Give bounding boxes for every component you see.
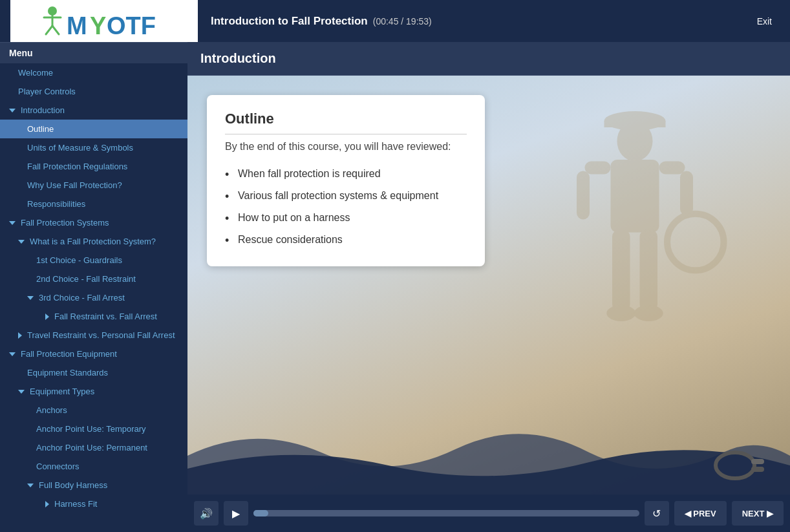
frva-expand-icon [45,314,49,320]
sidebar-item-2nd-choice[interactable]: 2nd Choice - Fall Restraint [0,270,187,288]
svg-line-4 [52,26,59,34]
fall-regs-label: Fall Protection Regulations [27,162,127,171]
menu-label: Menu [0,42,187,63]
sidebar-item-fall-regs[interactable]: Fall Protection Regulations [0,157,187,176]
svg-rect-17 [612,230,630,311]
eq-types-expand-icon [18,390,25,394]
outline-bullet-1: When fall protection is required [225,163,467,185]
connectors-label: Connectors [36,462,79,471]
svg-text:Y: Y [90,12,106,39]
svg-rect-15 [680,171,693,216]
outline-intro: By the end of this course, you will have… [225,141,467,153]
sidebar-item-why-fall[interactable]: Why Use Fall Protection? [0,176,187,195]
sidebar-item-responsibilities[interactable]: Responsibilities [0,195,187,213]
sidebar-item-anchor-perm[interactable]: Anchor Point Use: Permanent [0,438,187,457]
prev-button[interactable]: ◀ PREV [674,501,727,526]
sidebar: Menu Welcome Player Controls Introductio… [0,42,187,532]
svg-point-16 [667,214,724,271]
travel-restraint-label: Travel Restraint vs. Personal Fall Arres… [27,330,175,340]
sidebar-item-anchors[interactable]: Anchors [0,401,187,420]
1st-choice-label: 1st Choice - Guardrails [36,255,122,265]
sidebar-item-fall-protection-systems[interactable]: Fall Protection Systems [0,213,187,232]
sidebar-item-introduction[interactable]: Introduction [0,101,187,120]
fpe-expand-icon [9,352,16,356]
sidebar-item-welcome[interactable]: Welcome [0,63,187,82]
units-label: Units of Measure & Symbols [27,143,133,153]
sidebar-item-full-body-harness[interactable]: Full Body Harness [0,476,187,495]
svg-rect-22 [751,459,764,464]
sidebar-item-harness-fit[interactable]: Harness Fit [0,495,187,513]
play-button[interactable]: ▶ [224,501,248,526]
harness-fit-label: Harness Fit [54,499,97,509]
3rd-choice-label: 3rd Choice - Fall Arrest [39,293,125,303]
travel-expand-icon [18,332,22,339]
worker-silhouette [531,89,738,412]
course-title: Introduction to Fall Protection [211,15,368,28]
mute-icon: 🔊 [200,507,213,520]
what-is-fps-expand-icon [18,240,25,244]
svg-point-20 [634,305,663,321]
sidebar-item-player-controls[interactable]: Player Controls [0,82,187,101]
progress-bar[interactable] [253,510,639,516]
mute-button[interactable]: 🔊 [194,501,219,526]
svg-rect-12 [585,162,611,175]
player-controls-label: Player Controls [18,87,76,96]
svg-rect-23 [751,467,764,472]
fbh-expand-icon [27,484,34,487]
sidebar-item-fall-protection-equipment[interactable]: Fall Protection Equipment [0,345,187,363]
sidebar-item-travel-restraint[interactable]: Travel Restraint vs. Personal Fall Arres… [0,326,187,345]
top-bar: M Y OTF Introduction to Fall Protection … [0,0,790,42]
content-header: Introduction [187,42,790,76]
svg-point-10 [617,121,653,162]
outline-bullet-2: Various fall protection systems & equipm… [225,185,467,207]
svg-text:OTF: OTF [107,12,156,39]
progress-fill [253,510,268,516]
sidebar-item-fall-restraint-vs-arrest[interactable]: Fall Restraint vs. Fall Arrest [0,307,187,326]
carabiner [712,449,771,482]
why-fall-label: Why Use Fall Protection? [27,180,122,190]
harness-fit-icon [45,501,49,507]
logo: M Y OTF [33,3,175,39]
svg-text:M: M [67,12,87,39]
svg-point-19 [606,305,635,321]
equipment-standards-label: Equipment Standards [27,368,108,378]
sidebar-item-units[interactable]: Units of Measure & Symbols [0,138,187,157]
svg-rect-11 [611,160,659,233]
outline-bullet-3: How to put on a harness [225,207,467,229]
wave-decoration [187,417,790,495]
next-button[interactable]: NEXT ▶ [732,501,784,526]
sidebar-item-anchor-temp[interactable]: Anchor Point Use: Temporary [0,420,187,438]
play-icon: ▶ [232,507,240,520]
sidebar-item-what-is-fps[interactable]: What is a Fall Protection System? [0,232,187,251]
content-area: Introduction [187,42,790,532]
frva-label: Fall Restraint vs. Fall Arrest [54,312,157,321]
main-layout: Menu Welcome Player Controls Introductio… [0,42,790,532]
outline-label: Outline [27,124,54,134]
sidebar-item-1st-choice[interactable]: 1st Choice - Guardrails [0,251,187,270]
title-area: Introduction to Fall Protection (00:45 /… [198,15,749,28]
svg-line-3 [46,26,52,34]
introduction-label: Introduction [21,105,65,115]
exit-button[interactable]: Exit [749,12,780,30]
outline-list: When fall protection is required Various… [225,163,467,251]
logo-area: M Y OTF [10,0,198,42]
full-body-harness-label: Full Body Harness [39,480,107,490]
fps-label: Fall Protection Systems [21,218,109,228]
replay-button[interactable]: ↺ [645,501,669,526]
sidebar-item-connectors[interactable]: Connectors [0,457,187,476]
anchor-temp-label: Anchor Point Use: Temporary [36,424,146,434]
sidebar-item-outline[interactable]: Outline [0,120,187,138]
fpe-label: Fall Protection Equipment [21,349,117,359]
svg-rect-14 [659,162,685,175]
introduction-expand-icon [9,109,16,112]
outline-heading: Outline [225,111,467,134]
2nd-choice-label: 2nd Choice - Fall Restraint [36,274,136,284]
sidebar-item-equipment-standards[interactable]: Equipment Standards [0,363,187,382]
anchor-perm-label: Anchor Point Use: Permanent [36,443,147,452]
outline-card: Outline By the end of this course, you w… [207,95,485,266]
controls-bar: 🔊 ▶ ↺ ◀ PREV NEXT ▶ [187,495,790,532]
sidebar-item-equipment-types[interactable]: Equipment Types [0,382,187,401]
svg-point-21 [716,452,754,478]
course-time: (00:45 / 19:53) [373,16,432,27]
sidebar-item-3rd-choice[interactable]: 3rd Choice - Fall Arrest [0,288,187,307]
